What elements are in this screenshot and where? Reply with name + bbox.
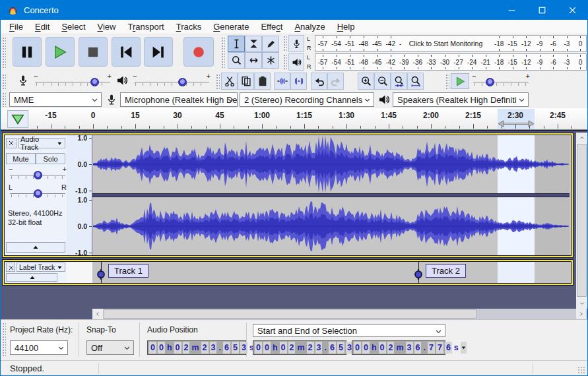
time-digit[interactable]: 6 — [445, 342, 452, 354]
time-digit[interactable]: 7 — [428, 342, 435, 354]
time-digit[interactable]: 2 — [307, 342, 314, 354]
collapse-track-button[interactable] — [6, 242, 65, 253]
time-separator[interactable]: h — [166, 343, 174, 352]
label-track[interactable]: Label Track Track 1Track 2 — [2, 259, 573, 286]
time-digit[interactable]: 5 — [337, 342, 344, 354]
zoom-to-selection-button[interactable] — [391, 73, 407, 90]
time-digit[interactable]: 0 — [158, 342, 165, 354]
paste-button[interactable] — [254, 73, 271, 90]
time-digit[interactable]: 0 — [174, 342, 181, 354]
menu-analyze[interactable]: Analyze — [288, 20, 331, 34]
slider-thumb[interactable] — [178, 78, 187, 86]
close-track-button[interactable] — [6, 138, 16, 148]
waveform-region[interactable] — [92, 135, 570, 255]
time-separator[interactable]: h — [271, 343, 279, 352]
timeline-ruler[interactable]: -1501530451:001:151:301:452:002:152:302:… — [1, 108, 587, 130]
selection-end-field[interactable]: 00h02m36.776s — [352, 340, 445, 355]
time-digit[interactable]: 3 — [406, 342, 413, 354]
record-meter-button[interactable] — [288, 35, 304, 52]
vertical-scrollbar[interactable] — [576, 133, 587, 309]
device-toolbar-grip[interactable] — [2, 92, 6, 107]
label-area[interactable]: Track 1Track 2 — [92, 262, 570, 283]
menu-transport[interactable]: Transport — [121, 20, 170, 34]
time-separator[interactable]: . — [323, 343, 327, 352]
time-digit[interactable]: 6 — [329, 342, 336, 354]
time-digit[interactable]: 5 — [232, 342, 239, 354]
snap-to-select[interactable]: Off — [86, 340, 134, 355]
time-digit[interactable]: 0 — [255, 342, 262, 354]
zoom-in-button[interactable] — [358, 73, 374, 90]
skip-to-start-button[interactable] — [112, 37, 141, 67]
waveform-left-channel[interactable] — [92, 135, 570, 193]
time-digit[interactable]: 0 — [263, 342, 271, 354]
time-digit[interactable]: 0 — [379, 342, 386, 354]
selection-toolbar-grip[interactable] — [2, 323, 6, 357]
skip-to-end-button[interactable] — [144, 37, 173, 67]
mixer-toolbar-grip[interactable] — [2, 74, 6, 90]
play-at-speed-grip[interactable] — [445, 74, 449, 90]
zoom-tool-button[interactable] — [228, 52, 245, 69]
horizontal-scroll-thumb[interactable] — [104, 309, 476, 319]
time-digit[interactable]: 2 — [387, 342, 395, 354]
transport-toolbar-grip[interactable] — [2, 37, 6, 69]
selection-range-mode-select[interactable]: Start and End of Selection — [253, 324, 445, 337]
edit-toolbar-grip[interactable] — [216, 74, 220, 90]
vertical-scroll-thumb[interactable] — [577, 144, 587, 297]
label-track-menu-button[interactable]: Label Track — [16, 263, 65, 272]
time-separator[interactable]: m — [190, 343, 200, 352]
close-button[interactable] — [557, 0, 587, 20]
time-digit[interactable]: 2 — [183, 342, 190, 354]
menu-file[interactable]: File — [3, 20, 29, 34]
time-digit[interactable]: 7 — [436, 342, 443, 354]
time-separator[interactable]: m — [296, 343, 306, 352]
redo-button[interactable] — [327, 73, 344, 90]
label-marker-icon[interactable] — [95, 268, 107, 280]
play-button[interactable] — [46, 37, 75, 67]
scroll-down-button[interactable] — [576, 298, 587, 309]
time-digit[interactable]: 2 — [201, 342, 209, 354]
pan-slider[interactable]: L R — [9, 185, 67, 203]
label-text-box[interactable]: Track 1 — [108, 264, 148, 278]
play-at-speed-button[interactable] — [451, 73, 469, 89]
silence-audio-button[interactable] — [290, 73, 307, 90]
menu-edit[interactable]: Edit — [29, 20, 55, 34]
collapse-track-button[interactable] — [6, 273, 57, 282]
envelope-tool-button[interactable] — [245, 36, 262, 52]
time-field-dropdown-icon[interactable] — [461, 342, 467, 354]
menu-help[interactable]: Help — [331, 20, 361, 34]
multi-tool-button[interactable] — [262, 52, 279, 69]
horizontal-scrollbar[interactable] — [92, 309, 587, 319]
time-separator[interactable]: . — [217, 343, 222, 352]
close-track-button[interactable] — [6, 263, 15, 272]
menu-effect[interactable]: Effect — [255, 20, 288, 34]
time-digit[interactable]: 2 — [288, 342, 296, 354]
record-button[interactable] — [183, 37, 214, 67]
selection-start-field[interactable]: 00h02m23.653s — [253, 340, 346, 355]
pause-button[interactable] — [13, 37, 42, 67]
play-speed-slider[interactable]: − + — [472, 74, 530, 90]
recording-volume-slider[interactable]: − + — [34, 74, 112, 90]
solo-button[interactable]: Solo — [36, 153, 65, 164]
time-digit[interactable]: 0 — [354, 342, 361, 354]
time-digit[interactable]: 0 — [362, 342, 370, 354]
play-meter-button[interactable] — [288, 53, 304, 71]
zoom-out-button[interactable] — [374, 73, 391, 90]
scroll-right-button[interactable] — [576, 309, 587, 319]
label-marker-icon[interactable] — [412, 268, 424, 280]
time-digit[interactable]: 3 — [315, 342, 323, 354]
copy-button[interactable] — [238, 73, 254, 90]
fit-project-button[interactable] — [407, 73, 424, 90]
time-digit[interactable]: 0 — [149, 342, 156, 354]
project-rate-select[interactable]: 44100 — [10, 340, 68, 355]
draw-tool-button[interactable] — [262, 36, 279, 52]
audio-track-menu-button[interactable]: Audio Track — [18, 138, 65, 148]
slider-thumb[interactable] — [34, 171, 42, 179]
meter-monitoring-overlay[interactable]: Click to Start Monitoring — [401, 36, 490, 51]
cut-button[interactable] — [221, 73, 238, 90]
time-separator[interactable]: s — [453, 343, 460, 352]
time-separator[interactable]: h — [370, 343, 378, 352]
play-meter-grip[interactable] — [283, 54, 287, 71]
recording-meter[interactable]: LR -57-54-51-48-45-42-39-36-33-30-27-24-… — [288, 35, 587, 53]
menu-tracks[interactable]: Tracks — [170, 20, 208, 34]
slider-thumb[interactable] — [90, 78, 99, 86]
